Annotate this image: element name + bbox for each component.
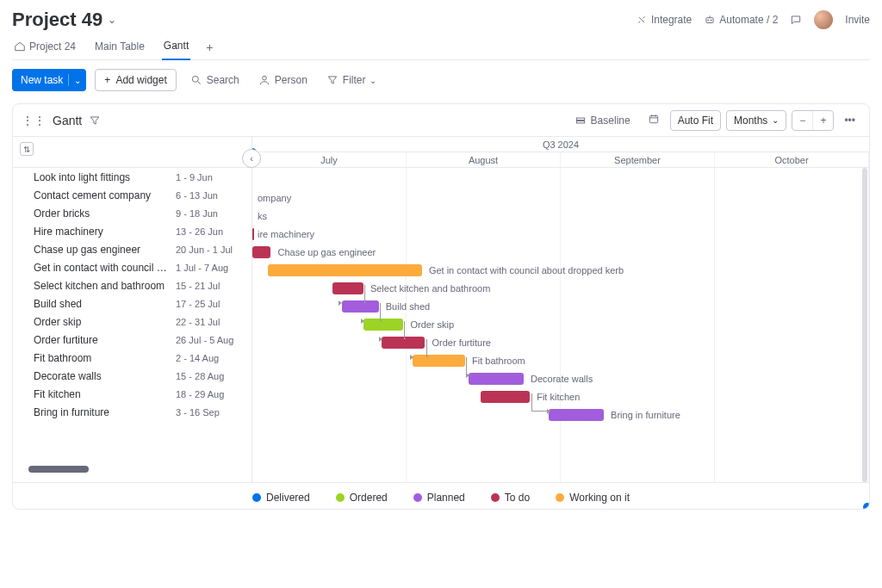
legend-label: Working on it <box>569 492 630 504</box>
search-icon <box>190 74 202 86</box>
tab-label: Project 24 <box>29 40 76 53</box>
integrate-label: Integrate <box>651 14 692 26</box>
task-row[interactable]: Order skip22 - 31 Jul <box>13 313 252 331</box>
board-title-wrap[interactable]: Project 49 ⌄ <box>12 9 116 31</box>
gantt-bar-label: Get in contact with council about droppe… <box>429 265 624 275</box>
legend-swatch <box>252 493 261 502</box>
calendar-icon <box>648 113 660 125</box>
add-widget-button[interactable]: + Add widget <box>95 69 176 91</box>
tab-label: Gantt <box>164 40 189 52</box>
task-row[interactable]: Decorate walls15 - 28 Aug <box>13 367 252 385</box>
task-row[interactable]: Fit kitchen18 - 29 Aug <box>13 385 252 403</box>
zoom-control: − + <box>792 110 834 131</box>
legend-item: Planned <box>413 492 465 504</box>
task-row[interactable]: Order bricks9 - 18 Jun <box>13 204 252 222</box>
task-date: 26 Jul - 5 Aug <box>176 335 252 345</box>
person-filter-button[interactable]: Person <box>253 71 313 90</box>
task-row[interactable]: Bring in furniture3 - 16 Sep <box>13 403 252 421</box>
gantt-row: Chase up gas engineer <box>252 243 869 261</box>
month-header-cell: August <box>407 152 561 167</box>
gantt-row: Order skip <box>252 315 869 333</box>
dependency-arrow-icon <box>410 355 413 360</box>
tab-project24[interactable]: Project 24 <box>12 35 78 59</box>
task-row[interactable]: Select kitchen and bathroom15 - 21 Jul <box>13 276 252 294</box>
tab-gantt[interactable]: Gantt <box>162 34 190 60</box>
svg-rect-5 <box>576 118 584 120</box>
gantt-bar-label: Fit bathroom <box>472 356 525 366</box>
gantt-bar[interactable]: Decorate walls <box>469 373 524 385</box>
resize-handle[interactable] <box>863 503 870 510</box>
filter-icon[interactable] <box>89 115 101 127</box>
svg-point-2 <box>711 20 711 21</box>
task-row[interactable]: Hire machinery13 - 26 Jun <box>13 222 252 240</box>
gantt-row: ompany <box>252 189 869 207</box>
task-date: 20 Jun - 1 Jul <box>176 244 252 255</box>
task-name: Fit bathroom <box>34 352 176 364</box>
task-row[interactable]: Order furtiture26 Jul - 5 Aug <box>13 331 252 349</box>
task-row[interactable]: Fit bathroom2 - 14 Aug <box>13 349 252 367</box>
dots-icon: ••• <box>844 115 855 127</box>
chevron-down-icon: ⌄ <box>74 76 81 85</box>
activity-button[interactable] <box>790 14 802 26</box>
gantt-bar[interactable]: Order skip <box>363 319 404 331</box>
drag-handle-icon[interactable]: ⋮⋮ <box>22 114 46 127</box>
tab-main-table[interactable]: Main Table <box>93 35 146 59</box>
chevron-down-icon: ⌄ <box>108 14 116 26</box>
gantt-bar[interactable]: Get in contact with council about droppe… <box>268 264 422 276</box>
more-options-button[interactable]: ••• <box>839 111 860 130</box>
vertical-scrollbar[interactable] <box>862 168 867 482</box>
search-button[interactable]: Search <box>185 71 245 90</box>
plug-icon <box>636 14 648 26</box>
autofit-button[interactable]: Auto Fit <box>670 110 721 131</box>
svg-rect-0 <box>706 18 713 23</box>
chevron-down-icon: ⌄ <box>772 115 779 125</box>
gantt-bar-label: Bring in furniture <box>611 410 680 420</box>
task-date: 9 - 18 Jun <box>176 208 252 219</box>
automate-button[interactable]: Automate / 2 <box>704 14 778 26</box>
gantt-chart-pane[interactable]: Q3 2024 JulyAugustSeptemberOctober ompan… <box>252 137 869 482</box>
robot-icon <box>704 14 716 26</box>
baseline-button[interactable]: Baseline <box>568 111 637 130</box>
invite-button[interactable]: Invite <box>845 14 870 26</box>
filter-button[interactable]: Filter ⌄ <box>321 71 382 90</box>
avatar[interactable] <box>814 10 833 29</box>
dependency-line <box>364 285 366 303</box>
gantt-bar[interactable]: Fit bathroom <box>413 355 465 367</box>
zoom-out-button[interactable]: − <box>792 111 812 130</box>
timescale-select[interactable]: Months ⌄ <box>726 110 786 131</box>
new-task-button[interactable]: New task ⌄ <box>12 69 86 91</box>
today-button[interactable] <box>643 109 665 131</box>
gantt-bar[interactable]: Chase up gas engineer <box>252 246 270 258</box>
task-row[interactable]: Contact cement company6 - 13 Jun <box>13 186 252 204</box>
gantt-bar[interactable]: Build shed <box>342 300 379 313</box>
task-list-pane: ‹ ⇅ Look into light fittings1 - 9 JunCon… <box>13 137 252 482</box>
collapse-groups-icon[interactable]: ⇅ <box>20 142 34 156</box>
gantt-bar[interactable] <box>252 228 254 240</box>
horizontal-scrollbar[interactable] <box>28 466 89 473</box>
task-date: 1 - 9 Jun <box>176 172 252 183</box>
task-row[interactable]: Look into light fittings1 - 9 Jun <box>13 168 252 186</box>
gantt-bar-label: ompany <box>258 193 291 203</box>
month-header: JulyAugustSeptemberOctober <box>252 152 869 168</box>
task-row[interactable]: Build shed17 - 25 Jul <box>13 294 252 313</box>
add-tab-button[interactable]: + <box>206 40 213 54</box>
task-row[interactable]: Get in contact with council ab..1 Jul - … <box>13 258 252 276</box>
legend-item: To do <box>491 492 530 504</box>
integrate-button[interactable]: Integrate <box>636 14 692 26</box>
task-name: Decorate walls <box>34 370 176 382</box>
zoom-in-button[interactable]: + <box>812 111 833 130</box>
collapse-handle[interactable]: ‹ <box>242 149 261 168</box>
new-task-label: New task <box>21 74 63 86</box>
gantt-bar[interactable]: Bring in furniture <box>549 409 604 421</box>
dependency-line <box>404 321 406 339</box>
gantt-bar-label: Select kitchen and bathroom <box>370 283 490 294</box>
task-date: 15 - 28 Aug <box>176 371 252 381</box>
task-row[interactable]: Chase up gas engineer20 Jun - 1 Jul <box>13 240 252 258</box>
legend-label: Ordered <box>350 492 388 504</box>
gantt-bar[interactable]: Fit kitchen <box>481 391 530 403</box>
home-icon <box>14 40 26 53</box>
gantt-bar[interactable]: Select kitchen and bathroom <box>332 282 363 294</box>
month-header-cell: October <box>715 152 869 167</box>
board-tabs: Project 24 Main Table Gantt + <box>12 34 870 60</box>
gantt-row: ks <box>252 207 869 225</box>
